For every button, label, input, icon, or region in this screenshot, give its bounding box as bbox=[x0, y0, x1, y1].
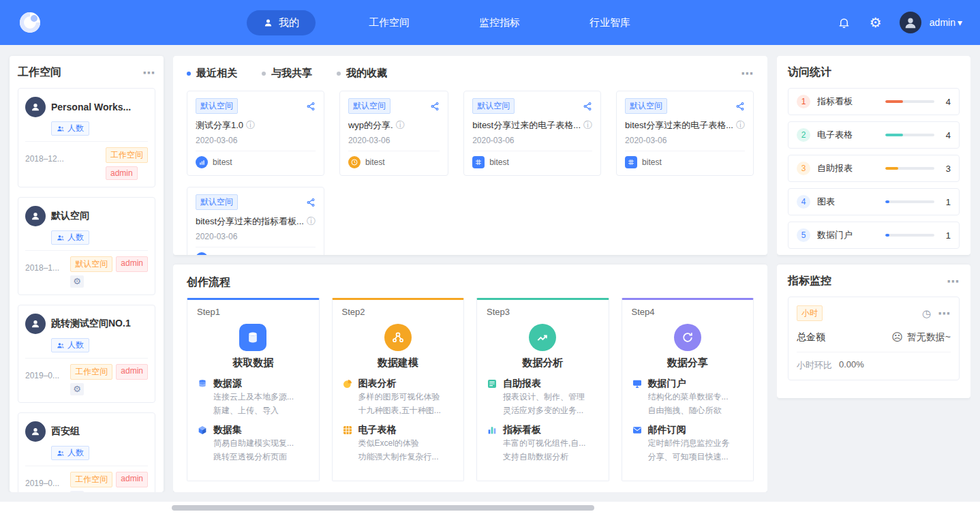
resource-owner: bitest bbox=[365, 157, 385, 167]
info-icon[interactable]: ⓘ bbox=[307, 215, 316, 228]
app-logo[interactable] bbox=[18, 10, 42, 35]
nav-tab-mine[interactable]: 我的 bbox=[247, 10, 316, 35]
workspace-avatar bbox=[25, 314, 46, 334]
workflow-item-link[interactable]: 指标看板 bbox=[487, 424, 599, 436]
member-count-badge[interactable]: 人数 bbox=[51, 230, 89, 245]
username-menu[interactable]: admin ▾ bbox=[930, 17, 962, 28]
workflow-item-name: 数据集 bbox=[213, 424, 242, 436]
stat-row[interactable]: 4 图表 1 bbox=[788, 188, 960, 215]
workflow-item-desc: 丰富的可视化组件,自... bbox=[503, 436, 599, 450]
username-label: admin bbox=[930, 17, 955, 28]
share-icon[interactable] bbox=[306, 198, 316, 207]
gear-icon[interactable]: ⚙ bbox=[70, 383, 84, 395]
more-icon[interactable]: ⋯ bbox=[741, 67, 754, 80]
person-icon bbox=[263, 18, 273, 28]
workflow-item-name: 指标看板 bbox=[503, 424, 541, 436]
stat-row[interactable]: 3 自助报表 3 bbox=[788, 155, 960, 182]
member-count-badge[interactable]: 人数 bbox=[51, 338, 89, 352]
workflow-item-desc: 灵活应对多变的业务... bbox=[503, 404, 599, 417]
workspace-item[interactable]: 西安组 人数 2019–0... 工作空间 admin ⚙ bbox=[18, 412, 155, 492]
more-icon[interactable]: ⋯ bbox=[142, 67, 155, 79]
main-column: 最近相关 与我共享 我的收藏 ⋯ 默认空间 bbox=[173, 56, 767, 492]
info-icon[interactable]: ⓘ bbox=[246, 119, 255, 132]
step-label: Step2 bbox=[342, 307, 455, 317]
workspace-item[interactable]: 跳转测试空间NO.1 人数 2019–0... 工作空间 admin ⚙ bbox=[18, 305, 155, 403]
clock-icon[interactable]: ◷ bbox=[922, 308, 931, 318]
gear-icon[interactable]: ⚙ bbox=[70, 491, 84, 492]
resource-owner: bitest bbox=[213, 157, 232, 167]
clock-icon bbox=[348, 156, 361, 168]
workspace-date: 2018–12... bbox=[25, 154, 64, 164]
visit-stats-title: 访问统计 bbox=[788, 65, 831, 80]
workspace-avatar bbox=[25, 421, 46, 442]
tab-favorites[interactable]: 我的收藏 bbox=[337, 67, 387, 80]
workflow-step: Step2 数据建模 图表分析 多样的图形可视化体验 十九种图表,五十种图... bbox=[332, 298, 465, 481]
workflow-item-link[interactable]: 数据集 bbox=[197, 424, 309, 436]
workflow-item: 数据源 连接云上及本地多源... 新建、上传、导入 bbox=[197, 378, 309, 417]
info-icon[interactable]: ⓘ bbox=[736, 119, 745, 132]
resource-card[interactable]: 默认空间 bitest分享过来的电子表格...ⓘ 2020-03-06 bite… bbox=[463, 91, 601, 176]
workflow-item-name: 数据门户 bbox=[648, 378, 686, 390]
admin-tag: admin bbox=[116, 472, 148, 487]
share-icon[interactable] bbox=[306, 102, 316, 111]
visit-stats-panel: 访问统计 1 指标看板 4 2 电子表格 4 3 自助报表 bbox=[777, 56, 970, 255]
stat-row[interactable]: 2 电子表格 4 bbox=[788, 121, 960, 149]
workflow-item-link[interactable]: 图表分析 bbox=[342, 378, 455, 390]
workspace-item[interactable]: 默认空间 人数 2018–1... 默认空间 admin ⚙ bbox=[18, 197, 155, 295]
workspace-panel-title: 工作空间 bbox=[18, 65, 61, 80]
kanban-bars-icon bbox=[487, 425, 497, 436]
resource-card[interactable]: 默认空间 bitest分享过来的电子表格...ⓘ 2020-03-06 bite… bbox=[616, 91, 754, 176]
workflow-item-link[interactable]: 邮件订阅 bbox=[632, 424, 744, 436]
share-icon[interactable] bbox=[735, 102, 745, 111]
tab-recent[interactable]: 最近相关 bbox=[187, 67, 237, 80]
portal-monitor-icon bbox=[632, 378, 643, 389]
nav-tab-monitor[interactable]: 监控指标 bbox=[463, 10, 536, 35]
member-count-label: 人数 bbox=[67, 339, 84, 351]
resource-card[interactable]: 默认空间 bitest分享过来的指标看板...ⓘ 2020-03-06 bite… bbox=[187, 187, 324, 255]
workspace-item-top: 跳转测试空间NO.1 bbox=[25, 314, 148, 334]
workflow-item-link[interactable]: 数据门户 bbox=[632, 378, 744, 390]
nav-tab-workspace[interactable]: 工作空间 bbox=[352, 10, 426, 35]
gear-icon[interactable]: ⚙ bbox=[70, 275, 84, 288]
workflow-item-link[interactable]: 数据源 bbox=[197, 378, 309, 390]
resource-owner: bitest bbox=[489, 157, 509, 167]
mail-icon bbox=[632, 425, 643, 436]
resource-date: 2020-03-06 bbox=[196, 136, 316, 145]
stat-bar bbox=[885, 134, 934, 136]
tab-shared-with-me[interactable]: 与我共享 bbox=[262, 67, 312, 80]
bell-icon[interactable] bbox=[837, 15, 852, 30]
step-title: 数据分享 bbox=[632, 357, 744, 369]
gear-icon[interactable]: ⚙ bbox=[868, 15, 883, 30]
page-content: 工作空间 ⋯ Personal Works... 人数 2018–12... bbox=[0, 45, 980, 492]
nav-tab-industry[interactable]: 行业智库 bbox=[573, 10, 647, 35]
resource-card[interactable]: 默认空间 wyp的分享.ⓘ 2020-03-06 bitest bbox=[339, 91, 448, 176]
user-avatar[interactable] bbox=[900, 12, 921, 33]
pie-chart-icon bbox=[342, 378, 353, 389]
info-icon[interactable]: ⓘ bbox=[583, 119, 592, 132]
resource-title: bitest分享过来的电子表格... bbox=[472, 119, 581, 132]
resource-card[interactable]: 默认空间 测试分享1.0ⓘ 2020-03-06 bitest bbox=[187, 91, 324, 176]
info-icon[interactable]: ⓘ bbox=[396, 119, 405, 132]
horizontal-scrollbar[interactable] bbox=[172, 505, 594, 511]
more-icon[interactable]: ⋯ bbox=[947, 275, 960, 288]
stat-row[interactable]: 1 指标看板 4 bbox=[788, 88, 960, 115]
share-icon[interactable] bbox=[430, 102, 440, 111]
spreadsheet-icon bbox=[472, 156, 485, 168]
workflow-item-link[interactable]: 电子表格 bbox=[342, 424, 455, 436]
workflow-item-link[interactable]: 自助报表 bbox=[487, 378, 599, 390]
rank-badge: 2 bbox=[797, 128, 810, 142]
workspace-item[interactable]: Personal Works... 人数 2018–12... 工作空间 adm… bbox=[18, 88, 155, 187]
stat-value: 3 bbox=[943, 164, 951, 174]
member-count-badge[interactable]: 人数 bbox=[51, 121, 89, 136]
workflow-grid: Step1 获取数据 数据源 连接云上及本地多源... 新建、上传、导入 bbox=[187, 298, 754, 481]
workflow-step: Step1 获取数据 数据源 连接云上及本地多源... 新建、上传、导入 bbox=[187, 298, 320, 481]
metric-footer: 小时环比 0.00% bbox=[797, 352, 951, 372]
share-icon[interactable] bbox=[583, 102, 592, 111]
member-count-badge[interactable]: 人数 bbox=[51, 446, 89, 460]
resource-title: bitest分享过来的电子表格... bbox=[625, 119, 733, 132]
stat-row[interactable]: 5 数据门户 1 bbox=[788, 222, 960, 249]
nav-tab-label: 工作空间 bbox=[369, 16, 410, 29]
workspace-name: 西安组 bbox=[51, 425, 80, 438]
share-data-icon bbox=[674, 324, 701, 351]
more-icon[interactable]: ⋯ bbox=[938, 307, 951, 320]
